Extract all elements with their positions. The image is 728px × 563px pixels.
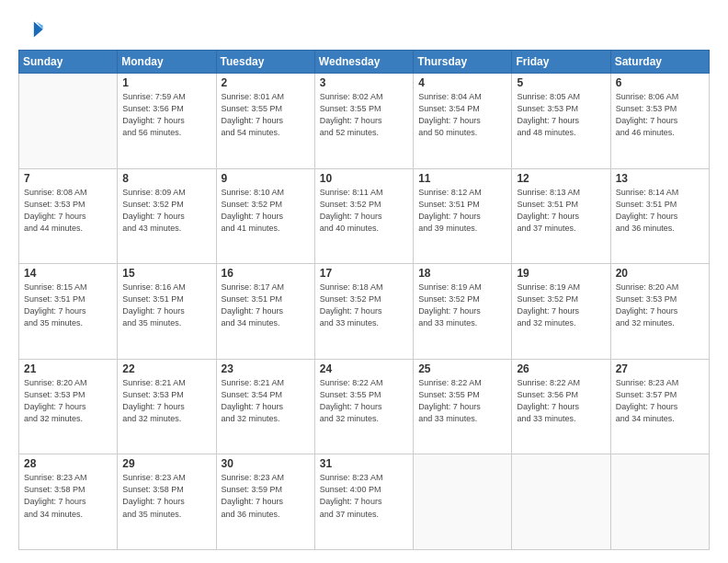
calendar-cell: 20Sunrise: 8:20 AM Sunset: 3:53 PM Dayli…	[610, 264, 709, 360]
calendar-cell: 6Sunrise: 8:06 AM Sunset: 3:53 PM Daylig…	[610, 74, 709, 169]
day-header-wednesday: Wednesday	[314, 51, 413, 74]
calendar-cell: 2Sunrise: 8:01 AM Sunset: 3:55 PM Daylig…	[216, 74, 314, 169]
calendar-cell: 12Sunrise: 8:13 AM Sunset: 3:51 PM Dayli…	[512, 168, 610, 264]
day-info: Sunrise: 8:22 AM Sunset: 3:55 PM Dayligh…	[418, 377, 506, 425]
day-info: Sunrise: 8:04 AM Sunset: 3:54 PM Dayligh…	[418, 91, 506, 139]
day-number: 13	[616, 172, 704, 185]
day-header-saturday: Saturday	[610, 51, 709, 74]
day-info: Sunrise: 8:05 AM Sunset: 3:53 PM Dayligh…	[517, 91, 605, 139]
day-header-thursday: Thursday	[414, 51, 512, 74]
logo-icon	[18, 17, 44, 42]
calendar-cell: 11Sunrise: 8:12 AM Sunset: 3:51 PM Dayli…	[414, 168, 512, 264]
week-row-3: 14Sunrise: 8:15 AM Sunset: 3:51 PM Dayli…	[19, 264, 710, 360]
day-info: Sunrise: 8:15 AM Sunset: 3:51 PM Dayligh…	[24, 282, 112, 329]
calendar-cell: 22Sunrise: 8:21 AM Sunset: 3:53 PM Dayli…	[118, 359, 216, 454]
day-number: 20	[616, 267, 704, 280]
svg-marker-0	[34, 22, 43, 38]
day-info: Sunrise: 8:21 AM Sunset: 3:53 PM Dayligh…	[122, 377, 210, 425]
day-info: Sunrise: 8:20 AM Sunset: 3:53 PM Dayligh…	[616, 282, 704, 329]
day-number: 2	[222, 76, 310, 89]
day-number: 5	[517, 76, 605, 89]
week-row-4: 21Sunrise: 8:20 AM Sunset: 3:53 PM Dayli…	[19, 359, 710, 454]
calendar-cell: 16Sunrise: 8:17 AM Sunset: 3:51 PM Dayli…	[216, 264, 314, 360]
calendar-cell: 10Sunrise: 8:11 AM Sunset: 3:52 PM Dayli…	[314, 168, 413, 264]
day-number: 29	[122, 457, 210, 470]
day-number: 21	[24, 362, 112, 375]
day-number: 4	[418, 76, 506, 89]
logo	[18, 17, 48, 42]
week-row-5: 28Sunrise: 8:23 AM Sunset: 3:58 PM Dayli…	[19, 454, 710, 550]
day-number: 25	[418, 362, 506, 375]
day-number: 6	[616, 76, 704, 89]
day-info: Sunrise: 8:19 AM Sunset: 3:52 PM Dayligh…	[418, 282, 506, 329]
calendar-cell: 8Sunrise: 8:09 AM Sunset: 3:52 PM Daylig…	[118, 168, 216, 264]
day-number: 17	[320, 267, 408, 280]
day-info: Sunrise: 8:23 AM Sunset: 3:58 PM Dayligh…	[122, 472, 210, 520]
day-number: 1	[122, 76, 210, 89]
day-info: Sunrise: 8:01 AM Sunset: 3:55 PM Dayligh…	[222, 91, 310, 139]
day-info: Sunrise: 8:02 AM Sunset: 3:55 PM Dayligh…	[320, 91, 408, 139]
day-info: Sunrise: 8:23 AM Sunset: 3:57 PM Dayligh…	[616, 377, 704, 425]
day-number: 15	[122, 267, 210, 280]
calendar-cell: 3Sunrise: 8:02 AM Sunset: 3:55 PM Daylig…	[314, 74, 413, 169]
day-number: 12	[517, 172, 605, 185]
day-number: 27	[616, 362, 704, 375]
day-number: 11	[418, 172, 506, 185]
calendar-cell: 18Sunrise: 8:19 AM Sunset: 3:52 PM Dayli…	[414, 264, 512, 360]
day-number: 26	[517, 362, 605, 375]
day-header-sunday: Sunday	[19, 51, 118, 74]
day-number: 22	[122, 362, 210, 375]
calendar-cell	[414, 454, 512, 550]
calendar-cell: 9Sunrise: 8:10 AM Sunset: 3:52 PM Daylig…	[216, 168, 314, 264]
calendar-cell: 4Sunrise: 8:04 AM Sunset: 3:54 PM Daylig…	[414, 74, 512, 169]
day-info: Sunrise: 8:13 AM Sunset: 3:51 PM Dayligh…	[517, 187, 605, 235]
day-info: Sunrise: 8:20 AM Sunset: 3:53 PM Dayligh…	[24, 377, 112, 425]
calendar-cell: 28Sunrise: 8:23 AM Sunset: 3:58 PM Dayli…	[19, 454, 118, 550]
calendar-cell: 1Sunrise: 7:59 AM Sunset: 3:56 PM Daylig…	[118, 74, 216, 169]
day-number: 9	[222, 172, 310, 185]
calendar-cell: 13Sunrise: 8:14 AM Sunset: 3:51 PM Dayli…	[610, 168, 709, 264]
day-header-monday: Monday	[118, 51, 216, 74]
day-header-friday: Friday	[512, 51, 610, 74]
day-info: Sunrise: 8:23 AM Sunset: 4:00 PM Dayligh…	[320, 472, 408, 520]
day-info: Sunrise: 8:09 AM Sunset: 3:52 PM Dayligh…	[122, 187, 210, 235]
calendar-cell: 31Sunrise: 8:23 AM Sunset: 4:00 PM Dayli…	[314, 454, 413, 550]
calendar-cell: 26Sunrise: 8:22 AM Sunset: 3:56 PM Dayli…	[512, 359, 610, 454]
day-info: Sunrise: 8:14 AM Sunset: 3:51 PM Dayligh…	[616, 187, 704, 235]
day-info: Sunrise: 8:19 AM Sunset: 3:52 PM Dayligh…	[517, 282, 605, 329]
calendar-table: SundayMondayTuesdayWednesdayThursdayFrid…	[18, 50, 710, 550]
calendar-cell: 7Sunrise: 8:08 AM Sunset: 3:53 PM Daylig…	[19, 168, 118, 264]
day-info: Sunrise: 8:11 AM Sunset: 3:52 PM Dayligh…	[320, 187, 408, 235]
day-info: Sunrise: 8:12 AM Sunset: 3:51 PM Dayligh…	[418, 187, 506, 235]
day-info: Sunrise: 8:22 AM Sunset: 3:55 PM Dayligh…	[320, 377, 408, 425]
calendar-cell: 25Sunrise: 8:22 AM Sunset: 3:55 PM Dayli…	[414, 359, 512, 454]
day-number: 18	[418, 267, 506, 280]
day-info: Sunrise: 8:10 AM Sunset: 3:52 PM Dayligh…	[222, 187, 310, 235]
day-number: 24	[320, 362, 408, 375]
calendar-cell	[512, 454, 610, 550]
header-row: SundayMondayTuesdayWednesdayThursdayFrid…	[19, 51, 710, 74]
week-row-2: 7Sunrise: 8:08 AM Sunset: 3:53 PM Daylig…	[19, 168, 710, 264]
day-number: 14	[24, 267, 112, 280]
calendar-cell: 27Sunrise: 8:23 AM Sunset: 3:57 PM Dayli…	[610, 359, 709, 454]
day-number: 7	[24, 172, 112, 185]
day-number: 28	[24, 457, 112, 470]
calendar-cell: 21Sunrise: 8:20 AM Sunset: 3:53 PM Dayli…	[19, 359, 118, 454]
week-row-1: 1Sunrise: 7:59 AM Sunset: 3:56 PM Daylig…	[19, 74, 710, 169]
calendar-cell: 17Sunrise: 8:18 AM Sunset: 3:52 PM Dayli…	[314, 264, 413, 360]
day-number: 8	[122, 172, 210, 185]
day-number: 10	[320, 172, 408, 185]
day-info: Sunrise: 8:23 AM Sunset: 3:58 PM Dayligh…	[24, 472, 112, 520]
header	[18, 17, 710, 42]
day-info: Sunrise: 8:18 AM Sunset: 3:52 PM Dayligh…	[320, 282, 408, 329]
day-number: 19	[517, 267, 605, 280]
day-info: Sunrise: 8:21 AM Sunset: 3:54 PM Dayligh…	[222, 377, 310, 425]
page: SundayMondayTuesdayWednesdayThursdayFrid…	[0, 0, 728, 563]
calendar-cell: 24Sunrise: 8:22 AM Sunset: 3:55 PM Dayli…	[314, 359, 413, 454]
calendar-cell	[19, 74, 118, 169]
day-info: Sunrise: 8:16 AM Sunset: 3:51 PM Dayligh…	[122, 282, 210, 329]
day-number: 3	[320, 76, 408, 89]
day-info: Sunrise: 8:23 AM Sunset: 3:59 PM Dayligh…	[222, 472, 310, 520]
day-number: 30	[222, 457, 310, 470]
day-number: 16	[222, 267, 310, 280]
